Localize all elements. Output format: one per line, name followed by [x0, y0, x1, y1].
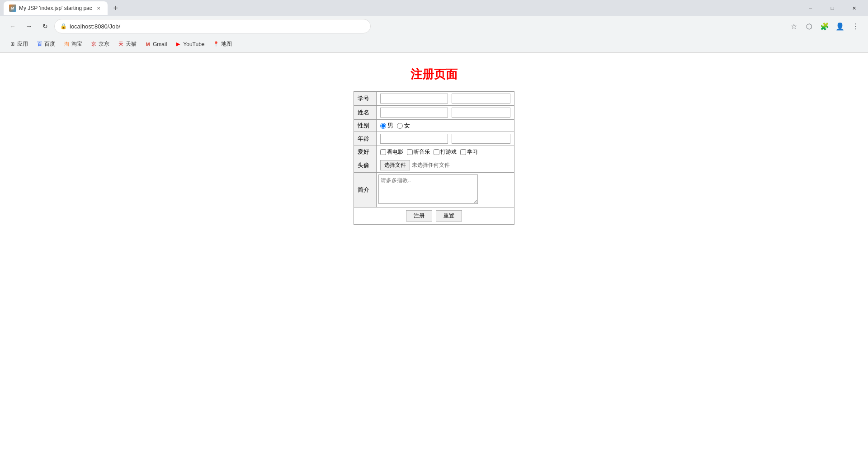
tab-favicon: M [9, 5, 16, 12]
extensions-icon[interactable]: 🧩 [817, 19, 832, 33]
hobby-games-label[interactable]: 打游戏 [434, 148, 457, 156]
name-input-cell [377, 106, 514, 120]
lock-icon: 🔒 [60, 23, 67, 29]
maps-icon: 📍 [213, 41, 219, 47]
id-input-cell [377, 92, 514, 106]
intro-textarea[interactable] [378, 174, 478, 204]
hobby-label: 爱好 [354, 146, 377, 158]
gender-female-label[interactable]: 女 [397, 122, 410, 130]
gender-male-label[interactable]: 男 [380, 122, 393, 130]
avatar-input-cell: 选择文件 未选择任何文件 [377, 158, 514, 173]
hobby-games-checkbox[interactable] [434, 149, 439, 155]
bookmark-maps-label: 地图 [221, 40, 232, 48]
table-row: 学号 [354, 92, 514, 106]
gender-label: 性别 [354, 120, 377, 132]
hobby-input-cell: 看电影 听音乐 打游戏 学习 [377, 146, 514, 158]
gender-input-cell: 男 女 [377, 120, 514, 132]
hobby-study-checkbox[interactable] [460, 149, 466, 155]
submit-button[interactable]: 注册 [406, 210, 432, 221]
jd-icon: 京 [90, 41, 97, 47]
file-no-selection-text: 未选择任何文件 [412, 161, 450, 169]
table-row: 爱好 看电影 听音乐 打游戏 [354, 146, 514, 158]
name-input[interactable] [380, 108, 448, 118]
tab-title: My JSP 'index.jsp' starting pac [19, 5, 92, 11]
bookmarks-bar: ⊞ 应用 百 百度 淘 淘宝 京 京东 天 天猫 M Gmail ▶ YouTu… [0, 36, 868, 52]
id-label: 学号 [354, 92, 377, 106]
bookmark-star-icon[interactable]: ☆ [787, 19, 801, 33]
menu-icon[interactable]: ⋮ [848, 19, 863, 33]
close-button[interactable]: ✕ [844, 1, 864, 15]
table-row: 注册 重置 [354, 207, 514, 225]
table-row: 简介 [354, 173, 514, 207]
table-row: 头像 选择文件 未选择任何文件 [354, 158, 514, 173]
age-input2[interactable] [452, 134, 510, 144]
bookmark-taobao[interactable]: 淘 淘宝 [60, 38, 86, 50]
taobao-icon: 淘 [63, 41, 70, 47]
minimize-button[interactable]: – [800, 1, 821, 15]
bookmark-gmail-label: Gmail [153, 41, 167, 47]
intro-input-cell [377, 173, 514, 207]
bookmark-baidu[interactable]: 百 百度 [33, 38, 59, 50]
bookmark-gmail[interactable]: M Gmail [141, 39, 170, 49]
baidu-icon: 百 [36, 41, 42, 47]
gender-male-radio[interactable] [380, 123, 386, 129]
id-input[interactable] [380, 94, 448, 104]
profile-icon[interactable]: 👤 [833, 19, 847, 33]
reload-button[interactable]: ↻ [38, 19, 52, 33]
hobby-movies-label[interactable]: 看电影 [380, 148, 403, 156]
registration-form: 学号 姓名 性别 男 [354, 91, 514, 225]
bookmark-jd[interactable]: 京 京东 [87, 38, 113, 50]
bookmark-tmall-label: 天猫 [126, 40, 137, 48]
table-row: 性别 男 女 [354, 120, 514, 132]
bookmark-baidu-label: 百度 [44, 40, 55, 48]
tab-close-button[interactable]: ✕ [95, 5, 102, 12]
bookmark-jd-label: 京东 [99, 40, 109, 48]
gender-female-radio[interactable] [397, 123, 403, 129]
avatar-label: 头像 [354, 158, 377, 173]
address-bar[interactable]: 🔒 localhost:8080/Job/ [54, 19, 371, 33]
reset-button[interactable]: 重置 [436, 210, 462, 221]
table-row: 姓名 [354, 106, 514, 120]
bookmark-apps-label: 应用 [17, 40, 28, 48]
intro-label: 简介 [354, 173, 377, 207]
bookmark-youtube[interactable]: ▶ YouTube [171, 39, 208, 49]
age-label: 年龄 [354, 132, 377, 146]
hobby-music-checkbox[interactable] [407, 149, 413, 155]
age-input-cell [377, 132, 514, 146]
tmall-icon: 天 [118, 41, 124, 47]
id-input2[interactable] [452, 94, 510, 104]
youtube-icon: ▶ [175, 41, 181, 47]
bookmark-tmall[interactable]: 天 天猫 [114, 38, 140, 50]
age-input[interactable] [380, 134, 448, 144]
hobby-music-label[interactable]: 听音乐 [407, 148, 430, 156]
bookmark-taobao-label: 淘宝 [71, 40, 82, 48]
bookmark-youtube-label: YouTube [183, 41, 204, 47]
bookmark-apps[interactable]: ⊞ 应用 [5, 38, 32, 50]
gmail-icon: M [145, 41, 151, 47]
forward-button[interactable]: → [22, 19, 36, 33]
table-row: 年龄 [354, 132, 514, 146]
apps-icon: ⊞ [9, 41, 15, 47]
hobby-study-label[interactable]: 学习 [460, 148, 478, 156]
maximize-button[interactable]: □ [822, 1, 843, 15]
hobby-movies-checkbox[interactable] [380, 149, 386, 155]
file-choose-button[interactable]: 选择文件 [380, 160, 410, 170]
button-row-cell: 注册 重置 [354, 207, 514, 225]
browser-tab[interactable]: M My JSP 'index.jsp' starting pac ✕ [4, 1, 108, 15]
page-title: 注册页面 [410, 66, 458, 82]
url-text: localhost:8080/Job/ [70, 23, 120, 30]
name-label: 姓名 [354, 106, 377, 120]
cast-icon[interactable]: ⬡ [802, 19, 816, 33]
name-input2[interactable] [452, 108, 510, 118]
new-tab-button[interactable]: + [109, 2, 122, 14]
bookmark-maps[interactable]: 📍 地图 [209, 38, 236, 50]
page-content: 注册页面 学号 姓名 性别 男 [0, 53, 868, 460]
back-button[interactable]: ← [5, 19, 20, 33]
